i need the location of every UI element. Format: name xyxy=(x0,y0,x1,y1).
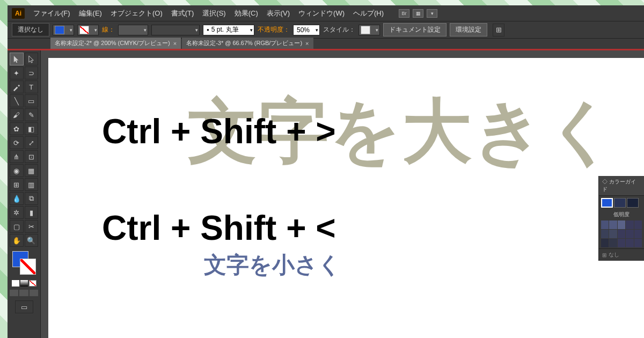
tab-2[interactable]: 名称未設定-3* @ 66.67% (RGB/プレビュー) × xyxy=(182,38,313,49)
screen-mode-button[interactable]: ▭ xyxy=(15,300,33,313)
workspace-btn-1[interactable]: Br xyxy=(399,9,409,18)
menu-object[interactable]: オブジェクト(O) xyxy=(106,9,167,18)
draw-behind-icon[interactable] xyxy=(19,290,28,296)
style-label: スタイル： xyxy=(323,25,355,34)
menu-view[interactable]: 表示(V) xyxy=(262,9,294,18)
close-icon[interactable]: × xyxy=(173,40,177,47)
blend-tool[interactable]: ⧉ xyxy=(25,192,39,205)
draw-inside-icon[interactable] xyxy=(30,290,38,296)
color-guide-panel: ◇ カラーガイド 低明度 ⊞ なし xyxy=(598,176,644,261)
menu-edit[interactable]: 編集(E) xyxy=(75,9,106,18)
preferences-button[interactable]: 環境設定 xyxy=(450,23,487,36)
menu-file[interactable]: ファイル(F) xyxy=(29,9,75,18)
column-graph-tool[interactable]: ▮ xyxy=(25,206,39,219)
document-tabs: 名称未設定-2* @ 200% (CMYK/プレビュー) × 名称未設定-3* … xyxy=(8,39,644,50)
type-tool[interactable]: T xyxy=(25,80,39,93)
align-icon[interactable]: ⊞ xyxy=(493,24,504,36)
tab-label: 名称未設定-3* @ 66.67% (RGB/プレビュー) xyxy=(186,39,302,47)
gradient-mode-icon[interactable] xyxy=(20,280,28,286)
shortcut-text-1: Ctrl + Shift + > xyxy=(102,112,336,151)
fill-stroke-indicator[interactable] xyxy=(12,251,36,275)
eyedropper-tool[interactable]: 💧 xyxy=(10,192,24,205)
menu-select[interactable]: 選択(S) xyxy=(198,9,230,18)
artboard[interactable]: 文字を大きく Ctrl + Shift + > Ctrl + Shift + <… xyxy=(48,58,644,338)
shape-builder-tool[interactable]: ◉ xyxy=(10,164,24,177)
menu-bar: Ai ファイル(F) 編集(E) オブジェクト(O) 書式(T) 選択(S) 効… xyxy=(8,5,644,21)
line-tool[interactable]: ╲ xyxy=(10,94,24,107)
free-transform-tool[interactable]: ⊡ xyxy=(25,150,39,163)
lightness-label: 低明度 xyxy=(599,210,644,219)
pen-tool[interactable] xyxy=(10,80,24,93)
direct-selection-tool[interactable] xyxy=(25,53,39,65)
draw-normal-icon[interactable] xyxy=(10,290,18,296)
tool-panel: ✦ ⊃ T ╲ ▭ 🖌 ✎ ✿ ◧ ⟳ ⤢ xyxy=(8,50,41,338)
close-icon[interactable]: × xyxy=(305,40,309,47)
lasso-tool[interactable]: ⊃ xyxy=(25,67,39,79)
opacity-label: 不透明度： xyxy=(258,25,290,34)
panel-footer: ⊞ なし xyxy=(599,248,644,261)
width-tool[interactable]: ⋔ xyxy=(10,150,24,163)
stroke-swatch[interactable] xyxy=(20,259,36,275)
menu-type[interactable]: 書式(T) xyxy=(167,9,199,18)
color-grid[interactable] xyxy=(599,219,644,248)
mesh-tool[interactable]: ⊞ xyxy=(10,178,24,191)
magic-wand-tool[interactable]: ✦ xyxy=(10,67,24,79)
control-bar: 選択なし 線： ●5 pt. 丸筆 不透明度： 50% スタイル： ドキュメント… xyxy=(8,21,644,39)
opacity-dropdown[interactable]: 50% xyxy=(293,25,320,35)
rectangle-tool[interactable]: ▭ xyxy=(25,94,39,107)
perspective-tool[interactable]: ▦ xyxy=(25,164,39,177)
document-setup-button[interactable]: ドキュメント設定 xyxy=(383,23,447,36)
workspace-dropdown[interactable]: ▾ xyxy=(427,9,437,18)
eraser-tool[interactable]: ◧ xyxy=(25,122,39,135)
gradient-tool[interactable]: ▥ xyxy=(25,178,39,191)
variable-width-dropdown[interactable] xyxy=(151,25,200,35)
app-logo: Ai xyxy=(12,8,25,19)
tab-label: 名称未設定-2* @ 200% (CMYK/プレビュー) xyxy=(55,39,170,47)
tab-1[interactable]: 名称未設定-2* @ 200% (CMYK/プレビュー) × xyxy=(50,38,181,49)
scale-tool[interactable]: ⤢ xyxy=(25,136,39,149)
symbol-sprayer-tool[interactable]: ✲ xyxy=(10,206,24,219)
library-icon[interactable]: ⊞ xyxy=(602,252,606,258)
menu-help[interactable]: ヘルプ(H) xyxy=(349,9,388,18)
paintbrush-tool[interactable]: 🖌 xyxy=(10,108,24,121)
zoom-tool[interactable]: 🔍 xyxy=(25,234,39,247)
style-dropdown[interactable] xyxy=(358,25,380,35)
menu-effect[interactable]: 効果(C) xyxy=(230,9,262,18)
hand-tool[interactable]: ✋ xyxy=(10,234,24,247)
artboard-tool[interactable]: ▢ xyxy=(10,220,24,233)
panel-title: ◇ カラーガイド xyxy=(599,176,644,196)
color-mode-icon[interactable] xyxy=(12,280,19,286)
menu-window[interactable]: ウィンドウ(W) xyxy=(294,9,349,18)
blob-brush-tool[interactable]: ✿ xyxy=(10,122,24,135)
brush-dropdown[interactable]: ●5 pt. 丸筆 xyxy=(203,25,254,35)
none-mode-icon[interactable] xyxy=(29,280,36,286)
selection-status: 選択なし xyxy=(12,23,49,36)
canvas-area: 文字を大きく Ctrl + Shift + > Ctrl + Shift + <… xyxy=(41,50,644,338)
pencil-tool[interactable]: ✎ xyxy=(25,108,39,121)
workspace-btn-2[interactable]: ▦ xyxy=(413,9,423,18)
caption-text-small: 文字を小さく xyxy=(204,250,341,280)
harmony-swatch[interactable] xyxy=(614,198,626,208)
stroke-color-dropdown[interactable] xyxy=(77,25,99,35)
fill-color-dropdown[interactable] xyxy=(53,25,74,35)
shortcut-text-2: Ctrl + Shift + < xyxy=(102,208,336,248)
rotate-tool[interactable]: ⟳ xyxy=(10,136,24,149)
stroke-weight-dropdown[interactable] xyxy=(118,25,148,35)
base-color-swatch[interactable] xyxy=(601,198,613,208)
harmony-swatch[interactable] xyxy=(627,198,639,208)
stroke-label: 線： xyxy=(102,25,115,34)
slice-tool[interactable]: ✂ xyxy=(25,220,39,233)
selection-tool[interactable] xyxy=(10,53,24,65)
